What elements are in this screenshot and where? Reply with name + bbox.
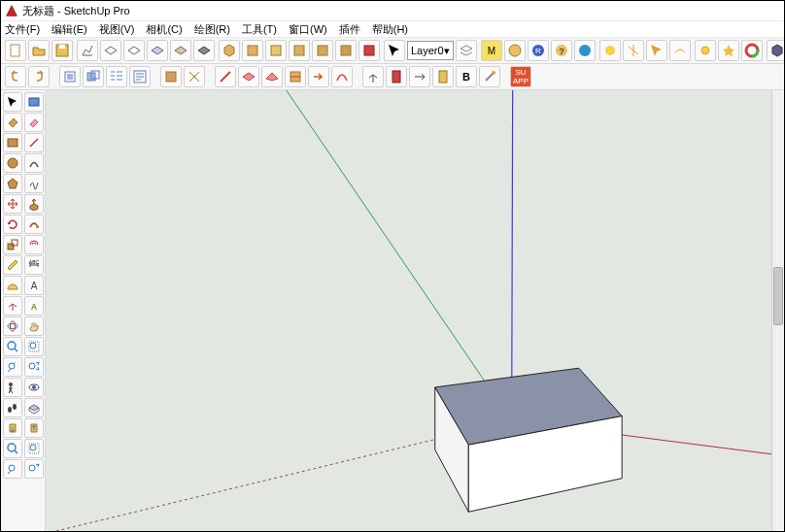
component-button[interactable]	[767, 40, 785, 61]
push-pull-tool[interactable]	[24, 194, 44, 214]
model-info-button[interactable]	[77, 40, 98, 61]
plugin-help-button[interactable]: ?	[551, 40, 572, 61]
menu-view[interactable]: 视图(V)	[99, 22, 135, 37]
sun-north-button[interactable]	[623, 40, 644, 61]
plugin-b-button[interactable]: B	[456, 66, 477, 87]
walk-tool[interactable]	[3, 398, 22, 417]
make-group-button[interactable]	[83, 66, 104, 87]
shadow-toggle-button[interactable]	[599, 40, 621, 61]
paint-bucket-tool[interactable]	[3, 113, 22, 132]
menu-plugins[interactable]: 插件	[339, 22, 360, 37]
section-fill-button[interactable]	[160, 66, 182, 87]
menu-draw[interactable]: 绘图(R)	[194, 22, 230, 37]
viewport-3d[interactable]	[46, 90, 784, 531]
line-tool[interactable]	[24, 133, 44, 152]
scrollbar-thumb[interactable]	[773, 267, 783, 325]
plugin-globe-button[interactable]	[504, 40, 526, 61]
arrow-orange-button[interactable]	[308, 66, 329, 87]
circle-tool[interactable]	[3, 153, 22, 173]
monochrome-view-button[interactable]	[193, 40, 215, 61]
freehand-tool[interactable]	[24, 174, 44, 193]
layer-select-icon[interactable]	[384, 40, 405, 61]
book-red-button[interactable]	[386, 66, 407, 87]
plugin-r-button[interactable]: R	[528, 40, 549, 61]
outliner-button[interactable]	[106, 66, 127, 87]
extra-zoom-tool[interactable]	[3, 439, 22, 458]
arrow-tool-button[interactable]	[409, 66, 430, 87]
section-plane-tool[interactable]	[24, 398, 44, 417]
polygon-tool[interactable]	[3, 174, 22, 193]
extra-zoom-window-tool[interactable]	[24, 439, 44, 458]
menu-window[interactable]: 窗口(W)	[289, 22, 327, 37]
select-tool[interactable]	[3, 92, 22, 112]
menu-edit[interactable]: 编辑(E)	[51, 22, 87, 37]
undo-button[interactable]	[5, 66, 26, 87]
sun-path-button[interactable]	[646, 40, 667, 61]
extra-prev-view-tool[interactable]	[3, 459, 22, 479]
axes-red-button[interactable]	[215, 66, 236, 87]
position-camera-tool[interactable]	[3, 378, 22, 397]
previous-view-tool[interactable]	[3, 357, 22, 377]
offset-tool[interactable]	[24, 235, 44, 254]
shaded-texture-view-button[interactable]	[170, 40, 191, 61]
curve-red-button[interactable]	[331, 66, 353, 87]
plugin-m-button[interactable]: M	[481, 40, 502, 61]
sun-icon-button[interactable]	[695, 40, 716, 61]
hidden-line-view-button[interactable]	[123, 40, 145, 61]
layer-dropdown[interactable]: Layer0 ▾	[407, 41, 454, 60]
menu-tools[interactable]: 工具(T)	[242, 22, 277, 37]
section-display-button[interactable]	[285, 66, 306, 87]
pan-tool[interactable]	[24, 316, 44, 336]
save-file-button[interactable]	[51, 40, 73, 61]
dimension-tool[interactable]: ABC	[24, 255, 44, 275]
eraser-tool[interactable]	[24, 113, 44, 132]
book-yellow-button[interactable]	[432, 66, 454, 87]
iso-view-button[interactable]	[219, 40, 240, 61]
tape-measure-tool[interactable]	[3, 255, 22, 275]
arc-tool[interactable]	[24, 153, 44, 173]
zoom-tool[interactable]	[3, 337, 22, 356]
make-component-tool[interactable]	[24, 92, 44, 112]
menu-camera[interactable]: 相机(C)	[146, 22, 182, 37]
redo-button[interactable]	[28, 66, 50, 87]
menu-file[interactable]: 文件(F)	[5, 22, 40, 37]
top-view-button[interactable]	[242, 40, 263, 61]
section-cut-button[interactable]	[184, 66, 205, 87]
protractor-tool[interactable]	[3, 276, 22, 295]
make-component-button[interactable]	[59, 66, 81, 87]
axis-tool-button[interactable]	[362, 66, 384, 87]
open-file-button[interactable]	[28, 40, 50, 61]
menu-help[interactable]: 帮助(H)	[372, 22, 408, 37]
new-file-button[interactable]	[5, 40, 26, 61]
axes-tool[interactable]	[3, 296, 22, 316]
get-models-tool[interactable]	[3, 418, 22, 438]
text-tool[interactable]: A	[24, 276, 44, 295]
section-plane-button[interactable]	[358, 40, 380, 61]
fog-toggle-button[interactable]	[669, 40, 691, 61]
scale-tool[interactable]	[3, 235, 22, 254]
look-around-tool[interactable]	[24, 378, 44, 397]
3d-text-tool[interactable]: A	[24, 296, 44, 316]
shaded-view-button[interactable]	[147, 40, 168, 61]
rectangle-tool[interactable]	[3, 133, 22, 152]
plane-red2-button[interactable]	[261, 66, 283, 87]
move-tool[interactable]	[3, 194, 22, 214]
wand-tool-button[interactable]	[479, 66, 500, 87]
entity-info-button[interactable]	[129, 66, 151, 87]
zoom-window-tool[interactable]	[24, 337, 44, 356]
front-view-button[interactable]	[265, 40, 287, 61]
follow-me-tool[interactable]	[24, 215, 44, 234]
vertical-scrollbar[interactable]	[771, 90, 784, 531]
back-view-button[interactable]	[312, 40, 333, 61]
star-button[interactable]	[718, 40, 739, 61]
extra-zoom-extents-tool[interactable]	[24, 459, 44, 479]
left-view-button[interactable]	[335, 40, 357, 61]
plane-red-button[interactable]	[238, 66, 259, 87]
orbit-tool[interactable]	[3, 316, 22, 336]
wireframe-view-button[interactable]	[100, 40, 121, 61]
right-view-button[interactable]	[289, 40, 310, 61]
layer-manager-button[interactable]	[456, 40, 477, 61]
plugin-ball-button[interactable]	[574, 40, 596, 61]
rotate-tool[interactable]	[3, 215, 22, 234]
color-wheel-button[interactable]	[741, 40, 763, 61]
